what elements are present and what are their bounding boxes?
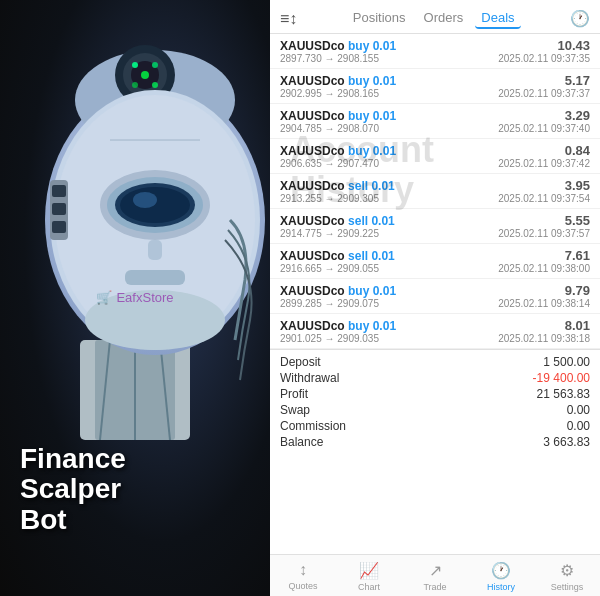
trade-item: XAUUSDco sell 0.01 5.55 2914.775 → 2909.… <box>270 209 600 244</box>
quotes-icon: ↕ <box>299 561 307 579</box>
trade-items-container: XAUUSDco buy 0.01 10.43 2897.730 → 2908.… <box>270 34 600 349</box>
svg-point-13 <box>132 82 138 88</box>
nav-trade[interactable]: ↗ Trade <box>402 559 468 594</box>
trade-row2: 2897.730 → 2908.155 2025.02.11 09:37:35 <box>280 53 590 64</box>
svg-point-14 <box>152 82 158 88</box>
trade-symbol: XAUUSDco buy 0.01 <box>280 319 396 333</box>
trade-item: XAUUSDco buy 0.01 10.43 2897.730 → 2908.… <box>270 34 600 69</box>
trade-symbol: XAUUSDco buy 0.01 <box>280 74 396 88</box>
summary-row: Deposit 1 500.00 <box>280 354 590 370</box>
summary-value: 1 500.00 <box>543 355 590 369</box>
trade-profit: 0.84 <box>565 143 590 158</box>
trade-row2: 2913.255 → 2909.305 2025.02.11 09:37:54 <box>280 193 590 204</box>
watermark-text: EafxStore <box>116 290 173 305</box>
right-panel: ≡↕ Positions Orders Deals 🕐 AccountHisto… <box>270 0 600 596</box>
watermark: 🛒 EafxStore <box>96 290 173 307</box>
tab-positions[interactable]: Positions <box>347 8 412 29</box>
summary-value: 21 563.83 <box>537 387 590 401</box>
trade-profit: 10.43 <box>557 38 590 53</box>
summary-row: Withdrawal -19 400.00 <box>280 370 590 386</box>
summary-row: Profit 21 563.83 <box>280 386 590 402</box>
nav-quotes[interactable]: ↕ Quotes <box>270 559 336 594</box>
summary-row: Swap 0.00 <box>280 402 590 418</box>
trade-item: XAUUSDco buy 0.01 9.79 2899.285 → 2909.0… <box>270 279 600 314</box>
trade-item: XAUUSDco buy 0.01 8.01 2901.025 → 2909.0… <box>270 314 600 349</box>
trade-prices: 2904.785 → 2908.070 <box>280 123 379 134</box>
nav-history[interactable]: 🕐 History <box>468 559 534 594</box>
summary-label: Withdrawal <box>280 371 339 385</box>
trade-profit: 5.17 <box>565 73 590 88</box>
svg-rect-22 <box>148 240 162 260</box>
trade-symbol: XAUUSDco buy 0.01 <box>280 109 396 123</box>
trade-symbol: XAUUSDco buy 0.01 <box>280 284 396 298</box>
cart-icon: 🛒 <box>96 290 112 305</box>
trade-row1: XAUUSDco buy 0.01 3.29 <box>280 108 590 123</box>
trade-item: XAUUSDco buy 0.01 5.17 2902.995 → 2908.1… <box>270 69 600 104</box>
history-icon: 🕐 <box>491 561 511 580</box>
summary-label: Balance <box>280 435 323 449</box>
trade-row2: 2916.665 → 2909.055 2025.02.11 09:38:00 <box>280 263 590 274</box>
filter-icon[interactable]: ≡↕ <box>280 10 297 28</box>
trade-datetime: 2025.02.11 09:38:00 <box>498 263 590 274</box>
trade-row1: XAUUSDco buy 0.01 9.79 <box>280 283 590 298</box>
trade-symbol: XAUUSDco sell 0.01 <box>280 179 395 193</box>
trade-row2: 2902.995 → 2908.165 2025.02.11 09:37:37 <box>280 88 590 99</box>
svg-rect-23 <box>125 270 185 285</box>
summary-value: -19 400.00 <box>533 371 590 385</box>
history-label: History <box>487 582 515 592</box>
summary-label: Commission <box>280 419 346 433</box>
trade-item: XAUUSDco sell 0.01 7.61 2916.665 → 2909.… <box>270 244 600 279</box>
trade-label: Trade <box>423 582 446 592</box>
svg-rect-26 <box>52 185 66 197</box>
trade-prices: 2906.635 → 2907.470 <box>280 158 379 169</box>
trade-datetime: 2025.02.11 09:38:18 <box>498 333 590 344</box>
nav-chart[interactable]: 📈 Chart <box>336 559 402 594</box>
trade-datetime: 2025.02.11 09:37:54 <box>498 193 590 204</box>
trade-prices: 2897.730 → 2908.155 <box>280 53 379 64</box>
svg-point-10 <box>132 62 138 68</box>
trade-profit: 5.55 <box>565 213 590 228</box>
trade-prices: 2899.285 → 2909.075 <box>280 298 379 309</box>
trade-row1: XAUUSDco sell 0.01 5.55 <box>280 213 590 228</box>
trade-symbol: XAUUSDco buy 0.01 <box>280 144 396 158</box>
summary-row: Commission 0.00 <box>280 418 590 434</box>
trade-profit: 9.79 <box>565 283 590 298</box>
trade-symbol: XAUUSDco buy 0.01 <box>280 39 396 53</box>
left-panel: 🛒 EafxStore Finance Scalper Bot <box>0 0 270 596</box>
chart-icon: 📈 <box>359 561 379 580</box>
trade-row1: XAUUSDco buy 0.01 8.01 <box>280 318 590 333</box>
robot-image <box>0 20 270 440</box>
nav-settings[interactable]: ⚙ Settings <box>534 559 600 594</box>
bottom-nav: ↕ Quotes 📈 Chart ↗ Trade 🕐 History ⚙ Set… <box>270 554 600 596</box>
header: ≡↕ Positions Orders Deals 🕐 <box>270 0 600 34</box>
trade-row2: 2901.025 → 2909.035 2025.02.11 09:38:18 <box>280 333 590 344</box>
summary-rows-container: Deposit 1 500.00 Withdrawal -19 400.00 P… <box>280 354 590 450</box>
summary-label: Swap <box>280 403 310 417</box>
trade-item: XAUUSDco buy 0.01 3.29 2904.785 → 2908.0… <box>270 104 600 139</box>
brand-title: Finance Scalper Bot <box>20 444 126 536</box>
trade-profit: 8.01 <box>565 318 590 333</box>
trade-item: XAUUSDco sell 0.01 3.95 2913.255 → 2909.… <box>270 174 600 209</box>
settings-icon: ⚙ <box>560 561 574 580</box>
trade-profit: 3.29 <box>565 108 590 123</box>
trade-datetime: 2025.02.11 09:37:40 <box>498 123 590 134</box>
trade-prices: 2916.665 → 2909.055 <box>280 263 379 274</box>
trade-profit: 7.61 <box>565 248 590 263</box>
settings-label: Settings <box>551 582 584 592</box>
trade-item: XAUUSDco buy 0.01 0.84 2906.635 → 2907.4… <box>270 139 600 174</box>
summary-value: 0.00 <box>567 403 590 417</box>
trade-datetime: 2025.02.11 09:37:57 <box>498 228 590 239</box>
trade-symbol: XAUUSDco sell 0.01 <box>280 214 395 228</box>
trade-row2: 2904.785 → 2908.070 2025.02.11 09:37:40 <box>280 123 590 134</box>
tab-deals[interactable]: Deals <box>475 8 520 29</box>
chart-label: Chart <box>358 582 380 592</box>
trade-datetime: 2025.02.11 09:37:37 <box>498 88 590 99</box>
svg-rect-28 <box>52 221 66 233</box>
trade-row1: XAUUSDco buy 0.01 5.17 <box>280 73 590 88</box>
trade-prices: 2902.995 → 2908.165 <box>280 88 379 99</box>
trade-row1: XAUUSDco buy 0.01 10.43 <box>280 38 590 53</box>
tab-orders[interactable]: Orders <box>418 8 470 29</box>
svg-point-12 <box>141 71 149 79</box>
trade-symbol: XAUUSDco sell 0.01 <box>280 249 395 263</box>
trade-icon: ↗ <box>429 561 442 580</box>
